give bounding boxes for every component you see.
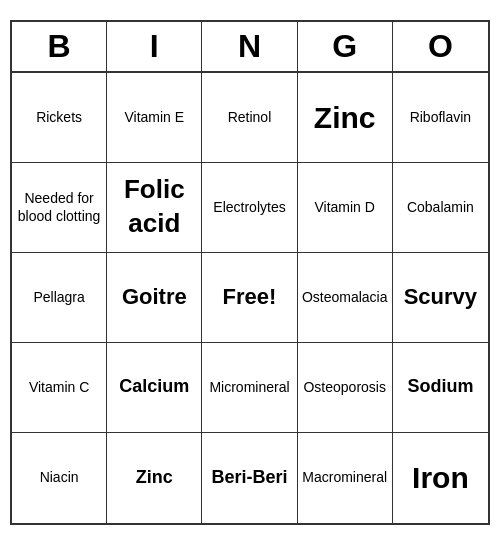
cell-text: Calcium [119, 375, 189, 398]
cell-text: Folic acid [111, 173, 197, 241]
header-letter: I [107, 22, 202, 71]
bingo-cell: Sodium [393, 343, 488, 433]
cell-text: Vitamin D [314, 198, 374, 216]
bingo-cell: Micromineral [202, 343, 297, 433]
bingo-cell: Osteoporosis [298, 343, 393, 433]
cell-text: Retinol [228, 108, 272, 126]
cell-text: Osteoporosis [303, 378, 385, 396]
bingo-cell: Cobalamin [393, 163, 488, 253]
bingo-cell: Beri-Beri [202, 433, 297, 523]
header-letter: N [202, 22, 297, 71]
bingo-card: BINGO RicketsVitamin ERetinolZincRibofla… [10, 20, 490, 525]
bingo-cell: Retinol [202, 73, 297, 163]
bingo-cell: Electrolytes [202, 163, 297, 253]
cell-text: Zinc [314, 98, 376, 137]
cell-text: Riboflavin [410, 108, 471, 126]
bingo-cell: Pellagra [12, 253, 107, 343]
bingo-cell: Vitamin C [12, 343, 107, 433]
bingo-cell: Macromineral [298, 433, 393, 523]
cell-text: Zinc [136, 466, 173, 489]
cell-text: Cobalamin [407, 198, 474, 216]
cell-text: Beri-Beri [211, 466, 287, 489]
cell-text: Vitamin C [29, 378, 89, 396]
bingo-cell: Goitre [107, 253, 202, 343]
cell-text: Sodium [407, 375, 473, 398]
bingo-cell: Calcium [107, 343, 202, 433]
cell-text: Free! [223, 283, 277, 312]
header-letter: B [12, 22, 107, 71]
bingo-cell: Needed for blood clotting [12, 163, 107, 253]
bingo-cell: Scurvy [393, 253, 488, 343]
cell-text: Vitamin E [124, 108, 184, 126]
cell-text: Electrolytes [213, 198, 285, 216]
header-letter: O [393, 22, 488, 71]
cell-text: Macromineral [302, 468, 387, 486]
header-letter: G [298, 22, 393, 71]
bingo-cell: Rickets [12, 73, 107, 163]
cell-text: Pellagra [33, 288, 84, 306]
bingo-cell: Riboflavin [393, 73, 488, 163]
cell-text: Rickets [36, 108, 82, 126]
cell-text: Needed for blood clotting [16, 189, 102, 225]
bingo-cell: Vitamin D [298, 163, 393, 253]
bingo-cell: Folic acid [107, 163, 202, 253]
bingo-cell: Zinc [298, 73, 393, 163]
cell-text: Micromineral [209, 378, 289, 396]
cell-text: Scurvy [404, 283, 477, 312]
bingo-cell: Vitamin E [107, 73, 202, 163]
bingo-cell: Niacin [12, 433, 107, 523]
cell-text: Iron [412, 458, 469, 497]
cell-text: Goitre [122, 283, 187, 312]
bingo-grid: RicketsVitamin ERetinolZincRiboflavinNee… [12, 73, 488, 523]
bingo-cell: Zinc [107, 433, 202, 523]
bingo-cell: Iron [393, 433, 488, 523]
cell-text: Niacin [40, 468, 79, 486]
bingo-cell: Free! [202, 253, 297, 343]
cell-text: Osteomalacia [302, 288, 388, 306]
bingo-header: BINGO [12, 22, 488, 73]
bingo-cell: Osteomalacia [298, 253, 393, 343]
